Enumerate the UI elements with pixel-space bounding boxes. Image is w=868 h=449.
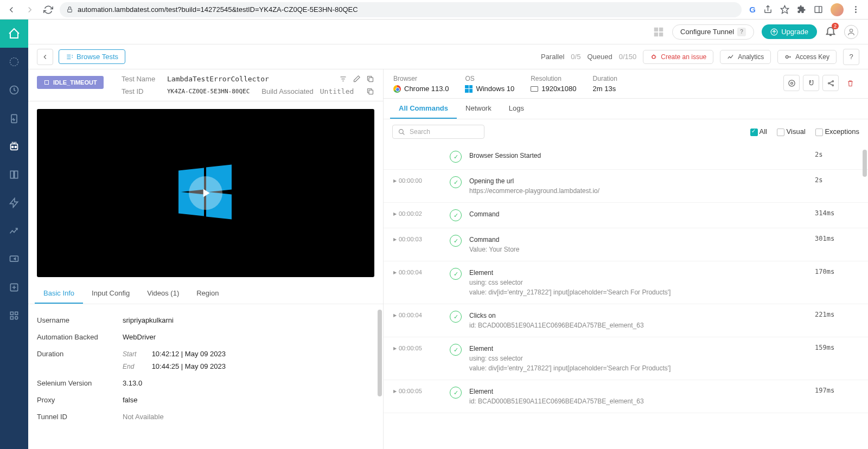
upgrade-button[interactable]: Upgrade [762,24,817,39]
top-header: Configure Tunnel ? Upgrade 2 [28,20,868,44]
kebab-icon[interactable] [851,5,860,14]
command-time: ▶ 00:00:00 [393,176,442,184]
status-check-icon: ✓ [450,268,462,280]
queued-value: 0/150 [619,53,637,61]
browser-reload[interactable] [41,3,55,17]
share-action[interactable] [822,75,839,91]
info-action[interactable] [783,75,800,91]
extensions-icon[interactable] [797,5,806,14]
test-name-label: Test Name [122,75,161,83]
command-list[interactable]: ✓Browser Session Started2s▶ 00:00:00✓Ope… [384,144,868,449]
play-button[interactable] [189,176,222,210]
svg-point-12 [15,146,16,148]
edit-icon[interactable] [353,75,361,83]
command-row[interactable]: ▶ 00:00:02✓Command314ms [384,203,868,228]
url-bar[interactable]: automation.lambdatest.com/test?build=142… [60,2,742,17]
sidebar-item-builds[interactable] [0,161,28,189]
video-player[interactable] [37,109,374,277]
help-button[interactable]: ? [843,49,859,65]
access-key-button[interactable]: Access Key [777,50,837,64]
sidebar-item-bolt[interactable] [0,189,28,217]
analytics-button[interactable]: Analytics [720,50,771,64]
tab-logs[interactable]: Logs [500,99,533,119]
sidebar-item-battery[interactable] [0,104,28,132]
svg-point-20 [15,317,18,319]
filter-all[interactable]: All [750,127,767,136]
command-row[interactable]: ▶ 00:00:03✓CommandValue: Your Store301ms [384,228,868,261]
command-row[interactable]: ▶ 00:00:00✓Opening the urlhttps://ecomme… [384,170,868,203]
selenium-value: 3.13.0 [123,379,142,387]
filter-exceptions[interactable]: Exceptions [815,127,859,136]
sidebar-item-screen[interactable] [0,245,28,273]
svg-rect-24 [659,32,663,36]
svg-point-7 [10,58,18,66]
notifications-button[interactable]: 2 [825,25,837,39]
create-issue-button[interactable]: Create an issue [643,50,713,64]
command-description: Clicks onid: BCAD000B51E90A11EC0696BE4DA… [469,311,807,330]
svg-point-34 [828,82,829,84]
app-logo[interactable] [0,20,28,48]
tab-network[interactable]: Network [457,99,500,119]
resolution-value: 1920x1080 [541,85,576,93]
command-row[interactable]: ▶ 00:00:04✓Elementusing: css selectorval… [384,261,868,304]
delete-action[interactable] [842,75,858,91]
tab-basic-info[interactable]: Basic Info [35,284,83,304]
scrollbar[interactable] [378,310,382,396]
tab-region[interactable]: Region [188,284,227,304]
svg-rect-31 [369,90,373,94]
panel-icon[interactable] [814,5,823,14]
configure-tunnel-button[interactable]: Configure Tunnel ? [672,24,754,40]
start-value: 10:42:12 | May 09 2023 [152,350,226,358]
browser-back[interactable] [4,3,18,17]
share-icon[interactable] [763,5,773,14]
copy-id-icon[interactable] [366,87,374,95]
svg-point-4 [855,6,857,8]
svg-rect-29 [45,81,49,85]
svg-rect-14 [15,171,18,178]
command-duration: 221ms [815,311,858,318]
windows-icon [465,85,473,93]
status-check-icon: ✓ [450,235,462,247]
filter-icon[interactable] [339,75,347,83]
filter-visual[interactable]: Visual [777,127,806,136]
grid-icon[interactable] [653,26,665,38]
command-row[interactable]: ✓Browser Session Started2s [384,144,868,170]
browser-forward[interactable] [23,3,37,17]
test-id-value: YK4ZA-CZ0QE-5E3HN-80QEC [167,88,250,95]
command-row[interactable]: ▶ 00:00:04✓Clicks onid: BCAD000B51E90A11… [384,304,868,337]
sidebar [0,20,28,449]
google-icon[interactable]: G [749,5,756,14]
command-time: ▶ 00:00:02 [393,209,442,217]
tab-input-config[interactable]: Input Config [83,284,138,304]
command-row[interactable]: ▶ 00:00:05✓Elementusing: css selectorval… [384,337,868,380]
sidebar-item-dashboard[interactable] [0,48,28,76]
basic-info-body: Username sripriyapkulkarni Automation Ba… [28,304,383,449]
tab-all-commands[interactable]: All Commands [390,99,457,119]
command-description: Command [469,209,807,219]
lock-icon [66,6,73,13]
sidebar-item-realtime[interactable] [0,76,28,104]
star-icon[interactable] [780,5,789,14]
browse-tests-button[interactable]: Browse Tests [59,49,125,64]
sidebar-item-automation[interactable] [0,132,28,161]
magnet-action[interactable] [803,75,819,91]
sidebar-item-apps[interactable] [0,302,28,330]
browser-value: Chrome 113.0 [404,85,449,93]
search-icon [398,129,405,136]
user-menu[interactable] [844,25,858,39]
profile-avatar[interactable] [831,3,844,16]
tab-videos[interactable]: Videos (1) [138,284,188,304]
copy-icon[interactable] [366,75,374,83]
svg-point-28 [786,55,789,58]
search-input[interactable]: Search [392,125,484,139]
command-duration: 2s [815,151,858,158]
svg-rect-19 [10,317,13,319]
help-icon: ? [737,28,746,36]
username-value: sripriyapkulkarni [123,316,174,324]
sidebar-item-add[interactable] [0,273,28,302]
sidebar-item-analytics[interactable] [0,217,28,245]
command-row[interactable]: ▶ 00:00:05✓Elementid: BCAD000B51E90A11EC… [384,380,868,413]
scrollbar[interactable] [863,150,867,177]
back-button[interactable] [37,49,53,65]
svg-rect-0 [68,9,72,12]
